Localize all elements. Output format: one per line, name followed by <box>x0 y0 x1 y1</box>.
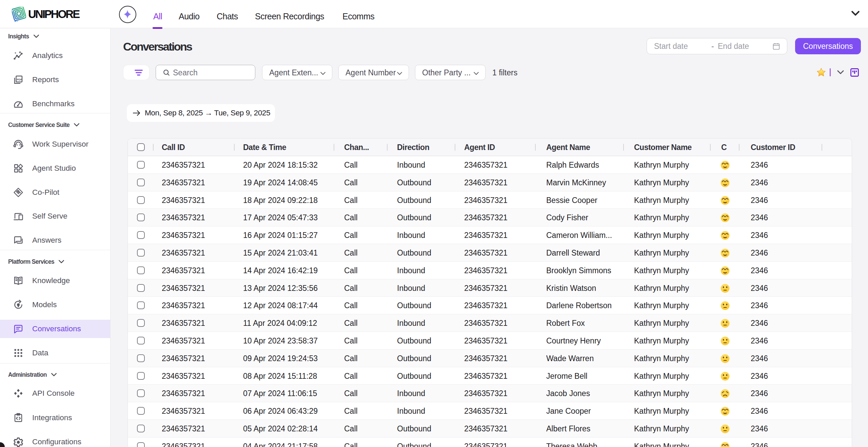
svg-text:PDF: PDF <box>17 78 22 81</box>
